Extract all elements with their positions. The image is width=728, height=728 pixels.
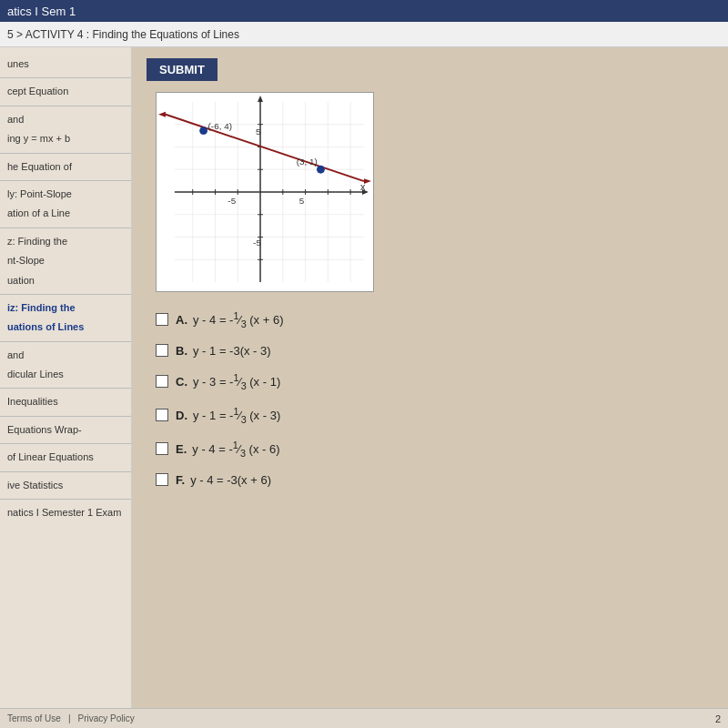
answer-text-b: y - 1 = -3(x - 3) [193, 344, 271, 358]
checkbox-c[interactable] [156, 375, 168, 388]
svg-text:-5: -5 [253, 238, 261, 248]
sidebar-item-point-slope[interactable]: ly: Point-Slope [0, 185, 131, 204]
sidebar-divider-9 [0, 416, 131, 417]
answer-text-c: y - 3 = -1⁄3 (x - 1) [193, 372, 280, 391]
sidebar-divider-6 [0, 294, 131, 295]
sidebar-item-nt-slope[interactable]: nt-Slope [0, 251, 131, 270]
sidebar-divider-2 [0, 106, 131, 106]
sidebar-divider-11 [0, 471, 131, 472]
graph-container: -5 5 -5 5 x [156, 92, 374, 292]
terms-link[interactable]: Terms of Use [7, 713, 61, 723]
answer-choices: A. y - 4 = -1⁄3 (x + 6) B. y - 1 = -3(x … [156, 310, 713, 487]
answer-item-b: B. y - 1 = -3(x - 3) [156, 344, 713, 358]
sidebar-item-cept[interactable]: cept Equation [0, 82, 131, 101]
answer-item-d: D. y - 1 = -1⁄3 (x - 3) [156, 406, 713, 425]
answer-label-a: A. [176, 313, 187, 327]
breadcrumb: 5 > ACTIVITY 4 : Finding the Equations o… [7, 28, 239, 41]
sidebar-item-linear[interactable]: of Linear Equations [0, 448, 131, 467]
svg-text:5: 5 [256, 126, 261, 136]
sidebar-item-and2[interactable]: and [0, 346, 131, 365]
sidebar-divider-3 [0, 153, 131, 154]
answer-label-f: F. [176, 473, 185, 487]
sidebar-divider-5 [0, 228, 131, 228]
title-bar: atics I Sem 1 [0, 0, 728, 22]
sidebar-divider-12 [0, 499, 131, 500]
sidebar-item-wrap[interactable]: Equations Wrap- [0, 420, 131, 440]
page-number: 2 [715, 713, 721, 724]
svg-text:(-6, 4): (-6, 4) [208, 121, 232, 131]
sidebar-divider-4 [0, 180, 131, 181]
answer-label-c: C. [176, 375, 187, 389]
sidebar-item-mxb[interactable]: ing y = mx + b [0, 129, 131, 148]
answer-item-a: A. y - 4 = -1⁄3 (x + 6) [156, 310, 713, 329]
sidebar-item-inequalities[interactable]: Inequalities [0, 392, 131, 411]
content-area: unes cept Equation and ing y = mx + b he… [0, 47, 728, 708]
answer-item-e: E. y - 4 = -1⁄3 (x - 6) [156, 440, 713, 459]
sidebar-item-ation[interactable]: ation of a Line [0, 204, 131, 223]
sidebar-item-dicular[interactable]: dicular Lines [0, 365, 131, 384]
svg-text:(3, 1): (3, 1) [297, 157, 318, 167]
coordinate-graph: -5 5 -5 5 x [157, 93, 373, 291]
answer-text-a: y - 4 = -1⁄3 (x + 6) [193, 310, 284, 329]
bottom-bar: Terms of Use | Privacy Policy 2 [0, 708, 728, 728]
sidebar-item-lines[interactable]: unes [0, 55, 131, 74]
submit-button[interactable]: SUBMIT [147, 58, 217, 81]
answer-label-e: E. [176, 442, 187, 456]
sidebar-item-stats[interactable]: ive Statistics [0, 476, 131, 495]
sidebar-item-uation[interactable]: uation [0, 271, 131, 290]
sidebar-item-quiz-finding[interactable]: iz: Finding the [0, 298, 131, 318]
sidebar-item-quiz-equations[interactable]: uations of Lines [0, 318, 131, 337]
answer-item-f: F. y - 4 = -3(x + 6) [156, 473, 713, 487]
browser-area: 5 > ACTIVITY 4 : Finding the Equations o… [0, 22, 728, 728]
sidebar-item-and[interactable]: and [0, 110, 131, 129]
sidebar-item-exam[interactable]: natics I Semester 1 Exam [0, 503, 131, 522]
checkbox-b[interactable] [156, 344, 168, 357]
breadcrumb-bar: 5 > ACTIVITY 4 : Finding the Equations o… [0, 22, 728, 47]
svg-text:5: 5 [299, 196, 305, 206]
answer-text-f: y - 4 = -3(x + 6) [190, 473, 271, 487]
checkbox-a[interactable] [156, 313, 168, 326]
checkbox-d[interactable] [156, 409, 168, 421]
sidebar-item-finding[interactable]: z: Finding the [0, 232, 131, 251]
svg-point-41 [200, 127, 207, 135]
title-text: atics I Sem 1 [7, 5, 76, 18]
answer-label-b: B. [176, 344, 187, 358]
privacy-link[interactable]: Privacy Policy [78, 713, 135, 723]
sidebar-divider-10 [0, 443, 131, 444]
svg-point-43 [317, 166, 324, 173]
answer-text-e: y - 4 = -1⁄3 (x - 6) [192, 440, 279, 459]
sidebar: unes cept Equation and ing y = mx + b he… [0, 47, 132, 708]
answer-item-c: C. y - 3 = -1⁄3 (x - 1) [156, 372, 713, 391]
main-content: SUBMIT [132, 47, 728, 708]
checkbox-e[interactable] [156, 442, 168, 455]
sidebar-divider-1 [0, 77, 131, 78]
svg-text:-5: -5 [228, 196, 236, 206]
sidebar-item-eq[interactable]: he Equation of [0, 157, 131, 177]
answer-text-d: y - 1 = -1⁄3 (x - 3) [193, 406, 280, 425]
separator: | [68, 713, 71, 723]
sidebar-divider-7 [0, 341, 131, 342]
sidebar-divider-8 [0, 388, 131, 389]
checkbox-f[interactable] [156, 473, 168, 486]
answer-label-d: D. [176, 409, 187, 422]
